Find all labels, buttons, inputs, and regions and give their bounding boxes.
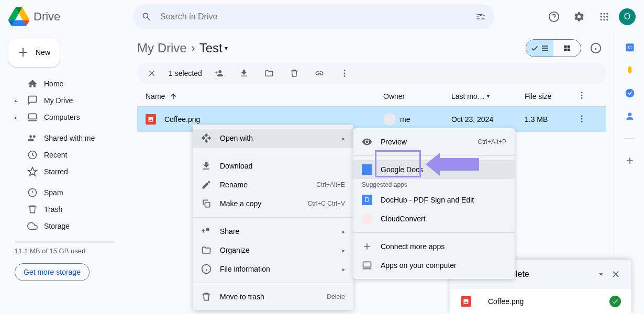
submenu-dochub[interactable]: DDocHub - PDF Sign and Edit bbox=[353, 190, 515, 209]
chevron-down-icon[interactable]: ▾ bbox=[487, 93, 490, 99]
check-icon bbox=[530, 44, 539, 52]
context-menu: Open with▸ Download RenameCtrl+Alt+E Mak… bbox=[193, 125, 353, 310]
submenu-cloudconvert[interactable]: CloudConvert bbox=[353, 209, 515, 228]
sidebar-item-recent[interactable]: Recent bbox=[8, 147, 120, 163]
people-icon bbox=[27, 133, 38, 143]
svg-rect-27 bbox=[205, 203, 210, 207]
sort-arrow-icon[interactable] bbox=[169, 92, 177, 100]
close-icon[interactable] bbox=[610, 269, 621, 279]
grid-icon bbox=[563, 44, 571, 52]
submenu-preview[interactable]: PreviewCtrl+Alt+P bbox=[353, 132, 515, 151]
more-vert-icon[interactable] bbox=[577, 114, 586, 124]
new-button[interactable]: New bbox=[8, 38, 60, 67]
image-file-icon bbox=[146, 114, 156, 125]
nav-label: Computers bbox=[44, 113, 80, 121]
submenu-computer-apps[interactable]: Apps on your computer bbox=[353, 256, 515, 275]
menu-download[interactable]: Download bbox=[193, 156, 353, 175]
move-button[interactable] bbox=[261, 65, 277, 82]
grid-view-button[interactable] bbox=[553, 40, 581, 57]
col-size[interactable]: File size bbox=[525, 92, 577, 100]
more-vert-icon[interactable] bbox=[577, 91, 586, 100]
info-icon bbox=[590, 42, 602, 54]
breadcrumb-parent[interactable]: My Drive bbox=[137, 41, 187, 55]
menu-label: Organize bbox=[220, 246, 250, 254]
sidebar-item-mydrive[interactable]: ▸My Drive bbox=[8, 92, 120, 109]
contacts-icon[interactable] bbox=[625, 111, 635, 121]
help-button[interactable] bbox=[543, 6, 564, 27]
close-icon bbox=[147, 69, 157, 78]
sidebar-item-trash[interactable]: Trash bbox=[8, 201, 120, 218]
svg-point-20 bbox=[581, 115, 583, 117]
plus-icon[interactable] bbox=[625, 155, 635, 166]
more-button[interactable] bbox=[336, 65, 353, 82]
table-header: Name Owner Last mo…▾ File size bbox=[137, 86, 606, 107]
chevron-right-icon: ▸ bbox=[342, 136, 345, 141]
eye-icon bbox=[362, 137, 372, 147]
star-icon bbox=[27, 166, 38, 177]
shortcut: Ctrl+C Ctrl+V bbox=[308, 200, 345, 207]
search-options-icon[interactable] bbox=[475, 12, 486, 22]
menu-organize[interactable]: Organize▸ bbox=[193, 241, 353, 260]
user-avatar[interactable]: O bbox=[619, 8, 636, 25]
menu-file-info[interactable]: File information▸ bbox=[193, 260, 353, 278]
info-button[interactable] bbox=[585, 38, 606, 59]
menu-move-trash[interactable]: Move to trashDelete bbox=[193, 287, 353, 306]
menu-make-copy[interactable]: Make a copyCtrl+C Ctrl+V bbox=[193, 194, 353, 213]
tasks-icon[interactable] bbox=[625, 88, 635, 98]
sidebar-item-computers[interactable]: ▸Computers bbox=[8, 109, 120, 126]
spam-icon bbox=[27, 187, 38, 198]
sidebar-item-shared[interactable]: Shared with me bbox=[8, 130, 120, 147]
toast-file-item[interactable]: Coffee.png bbox=[450, 289, 631, 314]
list-view-button[interactable] bbox=[526, 40, 553, 57]
image-file-icon bbox=[461, 296, 471, 307]
sidebar-item-spam[interactable]: Spam bbox=[8, 184, 120, 201]
sidebar-item-storage[interactable]: Storage bbox=[8, 218, 120, 234]
laptop-icon bbox=[362, 260, 372, 271]
file-modified: Oct 23, 2024 bbox=[451, 115, 525, 124]
search-bar[interactable] bbox=[133, 4, 494, 29]
selection-bar: 1 selected bbox=[137, 63, 606, 84]
cloud-icon bbox=[27, 221, 38, 231]
owner-avatar bbox=[383, 113, 396, 126]
menu-rename[interactable]: RenameCtrl+Alt+E bbox=[193, 175, 353, 194]
breadcrumb-current[interactable]: Test ▾ bbox=[199, 41, 228, 55]
share-button[interactable] bbox=[210, 65, 227, 82]
logo-area[interactable]: Drive bbox=[8, 6, 129, 27]
svg-point-7 bbox=[601, 19, 602, 20]
submenu-google-docs[interactable]: Google Docs bbox=[353, 160, 515, 179]
download-button[interactable] bbox=[236, 65, 252, 82]
search-input[interactable] bbox=[160, 12, 467, 21]
chevron-right-icon: ▸ bbox=[342, 248, 345, 253]
sidebar-item-starred[interactable]: Starred bbox=[8, 163, 120, 180]
svg-point-25 bbox=[625, 89, 634, 98]
menu-share[interactable]: Share▸ bbox=[193, 222, 353, 241]
col-name[interactable]: Name bbox=[146, 92, 165, 100]
col-modified[interactable]: Last mo… bbox=[451, 92, 485, 100]
svg-point-4 bbox=[601, 16, 602, 17]
menu-open-with[interactable]: Open with▸ bbox=[193, 129, 353, 148]
settings-button[interactable] bbox=[569, 6, 590, 27]
apps-button[interactable] bbox=[594, 6, 615, 27]
toast-filename: Coffee.png bbox=[488, 297, 524, 306]
keep-icon[interactable] bbox=[625, 65, 635, 75]
link-button[interactable] bbox=[311, 65, 328, 82]
submenu-connect-apps[interactable]: Connect more apps bbox=[353, 237, 515, 256]
chevron-right-icon: ▸ bbox=[342, 266, 345, 272]
calendar-icon[interactable]: 31 bbox=[625, 42, 635, 52]
clear-selection-button[interactable] bbox=[143, 65, 160, 82]
file-owner: me bbox=[400, 115, 410, 124]
menu-label: Move to trash bbox=[220, 293, 264, 301]
col-owner[interactable]: Owner bbox=[383, 92, 451, 100]
chevron-down-icon[interactable] bbox=[596, 269, 606, 279]
new-button-label: New bbox=[36, 48, 50, 57]
sidebar-item-home[interactable]: Home bbox=[8, 75, 120, 92]
svg-point-15 bbox=[343, 73, 345, 74]
open-with-icon bbox=[201, 133, 212, 143]
menu-label: Apps on your computer bbox=[381, 261, 457, 270]
clock-icon bbox=[27, 150, 38, 160]
folder-icon bbox=[201, 245, 212, 255]
get-storage-button[interactable]: Get more storage bbox=[15, 263, 90, 281]
header: Drive O bbox=[0, 0, 644, 33]
delete-button[interactable] bbox=[286, 65, 303, 82]
svg-point-14 bbox=[343, 70, 345, 71]
